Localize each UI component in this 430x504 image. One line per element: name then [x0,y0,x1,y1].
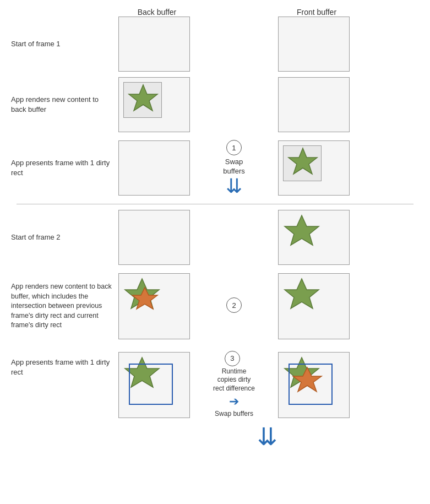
green-star-front-s1r3 [285,147,321,181]
right-arrow-3: ➔ [229,394,239,409]
front-buffer-s1-r3 [278,140,350,196]
back-buffer-s2-r3 [118,352,190,418]
label-s2-r2: App renders new content to back buffer, … [11,282,118,330]
svg-marker-4 [132,288,157,309]
green-star-front-s2r2 [281,277,323,316]
back-buffer-header: Back buffer [121,8,193,17]
back-buffer-s1-r1 [118,17,190,72]
back-buffer-s1-r3 [118,140,190,196]
buffers-s2-r2: 2 [118,273,419,339]
back-buffer-s2-r2 [118,273,190,339]
front-buffer-s2-r2 [278,273,350,339]
buffers-s1-r2 [118,77,419,132]
middle-s2-r3: 3 Runtimecopies dirtyrect difference ➔ S… [190,352,278,418]
svg-marker-1 [289,148,317,174]
buffers-s2-r1 [118,210,419,265]
front-buffer-s1-r2 [278,77,350,132]
copy-label-3: Runtimecopies dirtyrect difference [213,367,255,393]
label-s1-r2: App renders new content to back buffer [11,95,118,115]
section-divider [17,204,413,204]
front-buffer-header: Front buffer [281,8,352,17]
orange-star-front-s2r3 [291,366,324,397]
row-s1-r1: Start of frame 1 [11,17,419,72]
row-s2-r3: App presents frame with 1 dirty rect 3 [11,348,419,419]
dirty-rect-blue-back-s2r3 [129,364,173,405]
section-1: Start of frame 1 App renders new content… [0,17,430,198]
green-star-s1r2 [126,83,161,117]
label-s1-r3: App presents frame with 1 dirty rect [11,158,118,178]
svg-marker-2 [285,215,319,245]
back-buffer-s1-r2 [118,77,190,132]
svg-marker-5 [285,279,319,308]
main-container: Back buffer Front buffer Start of frame … [0,0,430,504]
label-s1-r1: Start of frame 1 [11,39,118,49]
back-buffer-s2-r1 [118,210,190,265]
middle-s1-r3: 1 Swapbuffers ⇊ [190,140,278,196]
buffers-s1-r3: 1 Swapbuffers ⇊ [118,140,419,196]
front-buffer-s2-r1 [278,210,350,265]
swap-label-1: Swapbuffers [223,158,245,176]
label-s2-r3: App presents frame with 1 dirty rect [11,352,118,377]
svg-marker-8 [293,367,322,392]
circle-2: 2 [226,297,242,313]
front-buffer-s2-r3 [278,352,350,418]
buffers-s1-r1 [118,17,419,72]
section-2: Start of frame 2 App renders new content… [0,210,430,419]
row-s1-r2: App renders new content to back buffer [11,77,419,132]
svg-marker-0 [129,85,157,111]
bottom-swap-container: ⇊ [0,425,430,449]
circle-1: 1 [226,140,242,155]
circle-3: 3 [225,351,240,366]
orange-star-back-s2r2 [130,286,160,315]
bottom-swap-arrow: ⇊ [257,425,277,449]
swap-arrow-1: ⇊ [226,176,242,196]
green-star-front-s2r1 [281,213,323,253]
swap-label-3: Swap buffers [215,410,253,419]
buffers-s2-r3: 3 Runtimecopies dirtyrect difference ➔ S… [118,352,419,418]
row-s2-r2: App renders new content to back buffer, … [11,270,419,342]
row-s2-r1: Start of frame 2 [11,210,419,265]
row-s1-r3: App presents frame with 1 dirty rect 1 S… [11,138,419,198]
label-s2-r1: Start of frame 2 [11,232,118,242]
middle-s2-r2: 2 [190,297,278,315]
front-buffer-s1-r1 [278,17,350,72]
